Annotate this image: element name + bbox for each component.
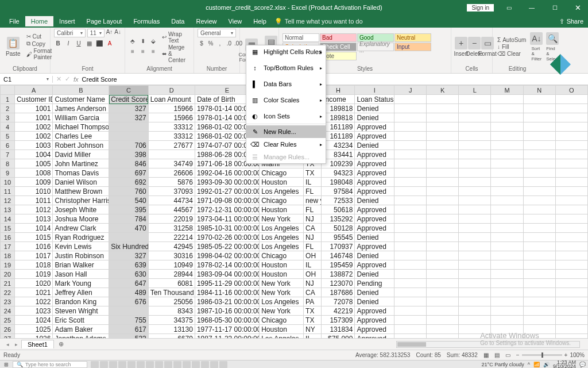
cell-N11[interactable] [523, 187, 555, 196]
minimize-icon[interactable]: — [521, 0, 542, 15]
view-break-icon[interactable]: ▭ [505, 352, 510, 358]
cell-N7[interactable] [523, 150, 555, 159]
cell-N19[interactable] [523, 260, 555, 270]
zoom-slider[interactable]: −+100% [516, 352, 585, 358]
cell-O20[interactable] [555, 270, 587, 279]
cell-C10[interactable]: 692 [109, 178, 149, 187]
cell-O14[interactable] [555, 214, 587, 224]
align-left-icon[interactable]: ≡ [129, 48, 137, 56]
cell-C7[interactable]: 398 [109, 150, 149, 159]
align-top-icon[interactable]: ⬘ [129, 37, 137, 45]
cell-L18[interactable] [459, 251, 491, 260]
col-header-C[interactable]: C [109, 86, 149, 95]
sheet-nav-next-icon[interactable]: ▸ [12, 342, 20, 347]
cell-N5[interactable] [523, 132, 555, 141]
currency-icon[interactable]: $ [198, 39, 206, 47]
cell-A1[interactable]: Customer ID [14, 95, 53, 104]
cell-J5[interactable] [394, 132, 427, 141]
cell-C9[interactable]: 697 [109, 168, 149, 178]
cell-F17[interactable]: Los Angeles [260, 242, 304, 251]
tab-home[interactable]: Home [25, 16, 53, 26]
cell-E17[interactable]: 1985-05-22 00:00:00 [195, 242, 259, 251]
cell-D11[interactable]: 37093 [148, 187, 195, 196]
cell-H25[interactable]: 157309 [322, 316, 355, 325]
cell-J3[interactable] [394, 113, 427, 122]
row-header-11[interactable]: 11 [1, 187, 15, 196]
cell-I19[interactable]: Approved [355, 260, 394, 270]
tray-date[interactable]: 9/10/2024 [553, 363, 576, 369]
cell-I6[interactable]: Denied [355, 141, 394, 150]
cell-J8[interactable] [394, 159, 427, 168]
cell-G14[interactable]: NJ [304, 214, 322, 224]
cell-M5[interactable] [491, 132, 523, 141]
cell-M17[interactable] [491, 242, 523, 251]
cell-F16[interactable]: Los Angeles [260, 233, 304, 242]
percent-icon[interactable]: % [207, 39, 215, 47]
cell-H8[interactable]: 109239 [322, 159, 355, 168]
col-header-A[interactable]: A [14, 86, 53, 95]
cell-C15[interactable]: 470 [109, 224, 149, 233]
cell-E12[interactable]: 1971-09-08 00:00:00 [195, 196, 259, 205]
cell-H16[interactable]: 95545 [322, 233, 355, 242]
weather-widget[interactable]: 21°C Partly cloudy [482, 362, 524, 367]
cell-F13[interactable]: Houston [260, 205, 304, 214]
cell-O21[interactable] [555, 279, 587, 288]
cell-M3[interactable] [491, 113, 523, 122]
row-header-14[interactable]: 14 [1, 214, 15, 224]
cell-B16[interactable]: Ryan Rodriguez [53, 233, 109, 242]
cell-F11[interactable]: Los Angeles [260, 187, 304, 196]
align-middle-icon[interactable]: ⬍ [139, 37, 147, 45]
app-icon[interactable] [210, 361, 218, 368]
cell-I23[interactable]: Denied [355, 297, 394, 306]
cell-N1[interactable] [523, 95, 555, 104]
cell-L2[interactable] [459, 104, 491, 113]
cell-H6[interactable]: 43234 [322, 141, 355, 150]
cell-N25[interactable] [523, 316, 555, 325]
cell-D20[interactable]: 28944 [148, 270, 195, 279]
cell-N13[interactable] [523, 205, 555, 214]
start-button[interactable]: ⊞ [2, 361, 10, 368]
cell-A11[interactable]: 1010 [14, 187, 53, 196]
cell-F24[interactable]: New York [260, 306, 304, 316]
cell-C11[interactable]: 760 [109, 187, 149, 196]
cell-K19[interactable] [427, 260, 459, 270]
row-header-23[interactable]: 23 [1, 297, 15, 306]
tab-review[interactable]: Review [190, 16, 222, 26]
cell-M8[interactable] [491, 159, 523, 168]
cell-L11[interactable] [459, 187, 491, 196]
cell-E14[interactable]: 1973-04-11 00:00:00 [195, 214, 259, 224]
cell-O10[interactable] [555, 178, 587, 187]
cf-top-bottom[interactable]: ↕Top/Bottom Rules▸ [246, 62, 326, 74]
cell-O13[interactable] [555, 205, 587, 214]
select-all-cell[interactable] [1, 86, 15, 95]
cell-H15[interactable]: 50128 [322, 224, 355, 233]
cell-M16[interactable] [491, 233, 523, 242]
cell-L15[interactable] [459, 224, 491, 233]
cell-K18[interactable] [427, 251, 459, 260]
cell-G24[interactable]: TX [304, 306, 322, 316]
copy-button[interactable]: ⧉Copy [25, 40, 53, 47]
cell-E22[interactable]: 1984-11-16 00:00:00 [195, 288, 259, 297]
bold-icon[interactable]: B [54, 39, 62, 47]
cell-J21[interactable] [394, 279, 427, 288]
cell-B7[interactable]: David Miller [53, 150, 109, 159]
cell-C6[interactable]: 706 [109, 141, 149, 150]
cell-D22[interactable]: Ten Thousand [148, 288, 195, 297]
number-format-select[interactable]: General▾ [198, 29, 236, 37]
cell-K9[interactable] [427, 168, 459, 178]
cell-L22[interactable] [459, 288, 491, 297]
merge-center-button[interactable]: ⬌Merge & Center [161, 44, 190, 63]
cell-M9[interactable] [491, 168, 523, 178]
cell-H18[interactable]: 146748 [322, 251, 355, 260]
cell-H1[interactable]: Income [322, 95, 355, 104]
cell-H23[interactable]: 72078 [322, 297, 355, 306]
cell-K26[interactable] [427, 325, 459, 334]
app-icon[interactable] [127, 361, 136, 368]
app-icon[interactable] [146, 361, 154, 368]
cell-M13[interactable] [491, 205, 523, 214]
cell-K17[interactable] [427, 242, 459, 251]
underline-icon[interactable]: U [75, 39, 83, 47]
cell-O4[interactable] [555, 122, 587, 132]
cell-D1[interactable]: Loan Amount [148, 95, 195, 104]
cell-N3[interactable] [523, 113, 555, 122]
